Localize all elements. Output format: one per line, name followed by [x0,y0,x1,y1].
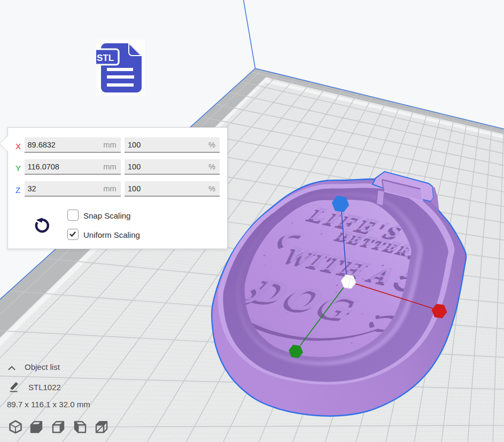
svg-text:STL: STL [97,53,114,63]
